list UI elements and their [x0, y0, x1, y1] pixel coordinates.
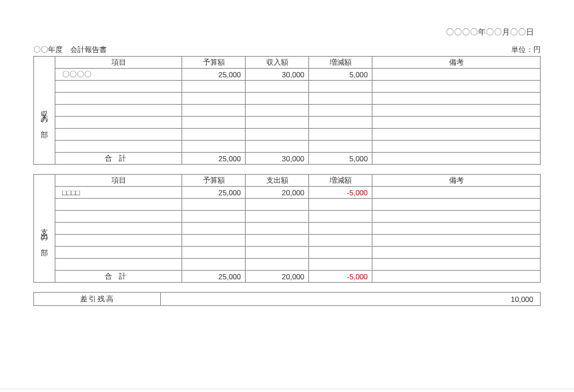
expense-item: □□□□: [55, 187, 182, 199]
income-item: [55, 105, 182, 117]
expense-budget: [182, 259, 246, 271]
expense-item: [55, 235, 182, 247]
income-diff: 5,000: [309, 69, 372, 81]
table-row: [55, 93, 541, 105]
table-row: [55, 117, 541, 129]
balance-row: 差引残高 10,000: [34, 293, 541, 306]
income-header-note: 備考: [372, 57, 541, 69]
income-actual: [246, 129, 309, 141]
expense-note: [372, 259, 541, 271]
expense-diff: [309, 259, 372, 271]
expense-table: 項目 予算額 支出額 増減額 備考 □□□□25,00020,000-5,000…: [55, 174, 541, 283]
table-row: [55, 235, 541, 247]
expense-total-actual: 20,000: [246, 271, 309, 283]
expense-note: [372, 223, 541, 235]
income-budget: [182, 129, 246, 141]
income-total-label: 合計: [55, 153, 182, 165]
table-row: [55, 105, 541, 117]
income-side-label: 収入の部: [33, 56, 55, 165]
expense-actual: [246, 199, 309, 211]
expense-budget: 25,000: [182, 187, 246, 199]
expense-budget: [182, 235, 246, 247]
expense-note: [372, 247, 541, 259]
expense-header-row: 項目 予算額 支出額 増減額 備考: [55, 175, 541, 187]
expense-actual: [246, 211, 309, 223]
income-total-budget: 25,000: [182, 153, 246, 165]
income-total-note: [372, 153, 541, 165]
income-budget: [182, 105, 246, 117]
unit-label: 単位：円: [511, 45, 541, 55]
page-shadow: [0, 388, 574, 392]
expense-header-item: 項目: [55, 175, 182, 187]
expense-diff: [309, 235, 372, 247]
expense-budget: [182, 247, 246, 259]
income-diff: [309, 129, 372, 141]
income-total-diff: 5,000: [309, 153, 372, 165]
income-actual: [246, 141, 309, 153]
income-item: [55, 141, 182, 153]
income-diff: [309, 117, 372, 129]
expense-total-budget: 25,000: [182, 271, 246, 283]
expense-note: [372, 187, 541, 199]
income-item: [55, 81, 182, 93]
table-row: [55, 259, 541, 271]
balance-label: 差引残高: [34, 293, 161, 306]
income-header-actual: 収入額: [246, 57, 309, 69]
table-row: [55, 199, 541, 211]
document-page: 〇〇〇〇年〇〇月〇〇日 〇〇年度 会計報告書 単位：円 収入の部 項目 予算額 …: [0, 0, 574, 392]
income-note: [372, 81, 541, 93]
expense-budget: [182, 199, 246, 211]
income-diff: [309, 105, 372, 117]
income-budget: 25,000: [182, 69, 246, 81]
income-note: [372, 93, 541, 105]
table-row: [55, 141, 541, 153]
expense-note: [372, 235, 541, 247]
income-header-item: 項目: [55, 57, 182, 69]
expense-note: [372, 199, 541, 211]
income-actual: [246, 93, 309, 105]
expense-budget: [182, 223, 246, 235]
expense-header-actual: 支出額: [246, 175, 309, 187]
income-table: 項目 予算額 収入額 増減額 備考 〇〇〇〇25,00030,0005,000 …: [55, 56, 541, 165]
expense-diff: -5,000: [309, 187, 372, 199]
expense-header-diff: 増減額: [309, 175, 372, 187]
income-note: [372, 69, 541, 81]
income-header-row: 項目 予算額 収入額 増減額 備考: [55, 57, 541, 69]
income-item: [55, 93, 182, 105]
expense-actual: [246, 259, 309, 271]
table-row: □□□□25,00020,000-5,000: [55, 187, 541, 199]
income-budget: [182, 93, 246, 105]
expense-actual: [246, 247, 309, 259]
income-diff: [309, 81, 372, 93]
income-budget: [182, 81, 246, 93]
income-total-row: 合計 25,000 30,000 5,000: [55, 153, 541, 165]
table-row: 〇〇〇〇25,00030,0005,000: [55, 69, 541, 81]
date-line: 〇〇〇〇年〇〇月〇〇日: [33, 27, 541, 38]
table-row: [55, 129, 541, 141]
income-total-actual: 30,000: [246, 153, 309, 165]
income-actual: [246, 81, 309, 93]
income-item: [55, 129, 182, 141]
expense-note: [372, 211, 541, 223]
expense-header-budget: 予算額: [182, 175, 246, 187]
expense-diff: [309, 199, 372, 211]
income-note: [372, 117, 541, 129]
expense-item: [55, 199, 182, 211]
title-row: 〇〇年度 会計報告書 単位：円: [33, 45, 541, 55]
balance-table: 差引残高 10,000: [33, 292, 541, 306]
expense-actual: [246, 223, 309, 235]
expense-actual: 20,000: [246, 187, 309, 199]
income-actual: [246, 105, 309, 117]
income-item: 〇〇〇〇: [55, 69, 182, 81]
income-actual: 30,000: [246, 69, 309, 81]
expense-diff: [309, 211, 372, 223]
income-note: [372, 129, 541, 141]
expense-budget: [182, 211, 246, 223]
table-row: [55, 211, 541, 223]
expense-total-row: 合計 25,000 20,000 -5,000: [55, 271, 541, 283]
income-header-budget: 予算額: [182, 57, 246, 69]
expense-item: [55, 211, 182, 223]
income-budget: [182, 141, 246, 153]
expense-total-note: [372, 271, 541, 283]
income-header-diff: 増減額: [309, 57, 372, 69]
